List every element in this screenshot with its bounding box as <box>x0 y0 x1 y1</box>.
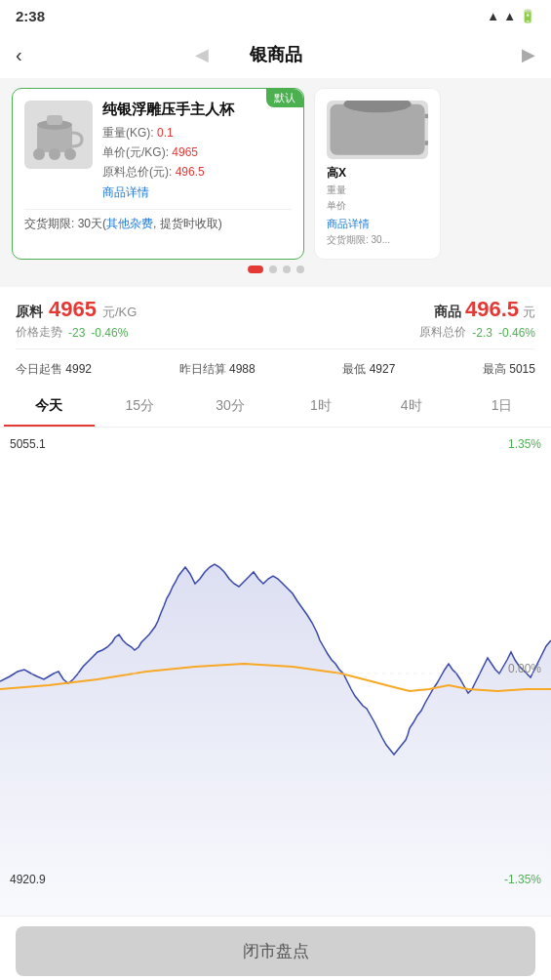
chart-svg <box>0 428 551 916</box>
goods-price-right: 商品 496.5 元 原料总价 -2.3 -0.46% <box>419 297 535 341</box>
dot-4 <box>296 265 304 273</box>
status-icons: ▲ ▲ 🔋 <box>487 9 535 23</box>
inactive-product-card[interactable]: 高X 重量 单价 商品详情 交货期限: 30... <box>314 88 441 260</box>
price-row: 原料 4965 元/KG 价格走势 -23 -0.46% 商品 496.5 元 … <box>16 297 535 341</box>
battery-icon: 🔋 <box>520 9 535 23</box>
nav-header: ‹ ◀ 银商品 ▶ <box>0 31 551 78</box>
chart-top-left-label: 5055.1 <box>10 437 46 451</box>
chart-bottom-left-label: 4920.9 <box>10 873 46 886</box>
price-divider <box>16 348 535 349</box>
raw-price-main: 4965 <box>49 297 97 322</box>
inactive-card-delivery: 交货期限: 30... <box>327 233 428 247</box>
svg-point-5 <box>64 148 76 160</box>
svg-point-4 <box>33 148 45 160</box>
dot-1 <box>248 265 263 273</box>
stat-high: 最高 5015 <box>483 361 535 378</box>
status-bar: 2:38 ▲ ▲ 🔋 <box>0 0 551 31</box>
tab-1h[interactable]: 1时 <box>275 388 366 427</box>
default-badge: 默认 <box>266 89 303 107</box>
tab-30min[interactable]: 30分 <box>185 388 276 427</box>
wifi-icon: ▲ <box>487 9 499 23</box>
stat-low: 最低 4927 <box>342 361 395 378</box>
chart-bottom-right-label: -1.35% <box>504 873 541 886</box>
goods-price-main: 496.5 <box>465 297 519 322</box>
trend-label: 价格走势 <box>16 324 62 341</box>
card-price-row: 单价(元/KG): 4965 <box>102 144 292 161</box>
chart-top-right-label: 1.35% <box>508 437 541 451</box>
chart-mid-right-label: 0.00% <box>508 662 541 675</box>
goods-label: 商品 <box>434 304 461 321</box>
product-image <box>24 101 93 169</box>
tab-4h[interactable]: 4时 <box>366 388 456 427</box>
back-button[interactable]: ‹ <box>16 44 22 66</box>
goods-sublabel: 原料总价 <box>419 324 466 341</box>
inactive-image-svg <box>327 101 428 159</box>
inactive-card-name: 高X <box>327 165 428 182</box>
card-total-row: 原料总价(元): 496.5 <box>102 164 292 181</box>
tab-1d[interactable]: 1日 <box>456 388 547 427</box>
raw-price-unit: 元/KG <box>102 304 137 321</box>
inactive-card-link[interactable]: 商品详情 <box>327 217 428 231</box>
dot-3 <box>283 265 291 273</box>
pagination-dots <box>12 260 539 277</box>
raw-change-pct: -0.46% <box>91 326 128 340</box>
goods-change-abs: -2.3 <box>472 326 492 340</box>
card-info: 纯银浮雕压手主人杯 重量(KG): 0.1 单价(元/KG): 4965 原料总… <box>102 101 292 201</box>
stat-close: 昨日结算 4988 <box>179 361 256 378</box>
active-product-card[interactable]: 默认 纯银浮雕压手主人杯 <box>12 88 304 260</box>
product-area: 默认 纯银浮雕压手主人杯 <box>0 78 551 287</box>
price-section: 原料 4965 元/KG 价格走势 -23 -0.46% 商品 496.5 元 … <box>0 287 551 388</box>
raw-price-left: 原料 4965 元/KG 价格走势 -23 -0.46% <box>16 297 137 341</box>
inactive-card-price: 单价 <box>327 199 428 213</box>
bottom-btn-area: 闭市盘点 <box>0 916 551 980</box>
card-name: 纯银浮雕压手主人杯 <box>102 101 292 119</box>
card-weight-row: 重量(KG): 0.1 <box>102 125 292 142</box>
product-cards-wrapper: 默认 纯银浮雕压手主人杯 <box>12 88 539 260</box>
time-tabs: 今天 15分 30分 1时 4时 1日 <box>0 388 551 428</box>
signal-icon: ▲ <box>503 9 516 23</box>
chart-area: 5055.1 1.35% 0.00% 4920.9 -1.35% <box>0 428 551 916</box>
product-image-svg <box>29 105 88 164</box>
tab-today[interactable]: 今天 <box>4 388 95 427</box>
price-stats-row: 今日起售 4992 昨日结算 4988 最低 4927 最高 5015 <box>16 355 535 388</box>
inactive-product-image <box>327 101 428 159</box>
status-time: 2:38 <box>16 8 45 24</box>
card-delivery: 交货期限: 30天(其他杂费, 提货时收取) <box>24 209 292 232</box>
card-detail-link[interactable]: 商品详情 <box>102 184 292 201</box>
page-title: 银商品 <box>250 43 302 66</box>
svg-point-3 <box>49 148 60 160</box>
svg-rect-2 <box>47 115 62 125</box>
goods-change-pct: -0.46% <box>498 326 535 340</box>
raw-label: 原料 <box>16 304 43 321</box>
tab-15min[interactable]: 15分 <box>95 388 185 427</box>
dot-2 <box>269 265 277 273</box>
raw-change-abs: -23 <box>68 326 85 340</box>
card-top: 纯银浮雕压手主人杯 重量(KG): 0.1 单价(元/KG): 4965 原料总… <box>24 101 292 201</box>
close-market-button[interactable]: 闭市盘点 <box>16 926 535 976</box>
goods-price-unit: 元 <box>523 304 535 321</box>
nav-arrow-right[interactable]: ▶ <box>522 44 535 65</box>
nav-arrow-left[interactable]: ◀ <box>195 44 209 65</box>
stat-open: 今日起售 4992 <box>16 361 92 378</box>
inactive-card-weight: 重量 <box>327 184 428 197</box>
